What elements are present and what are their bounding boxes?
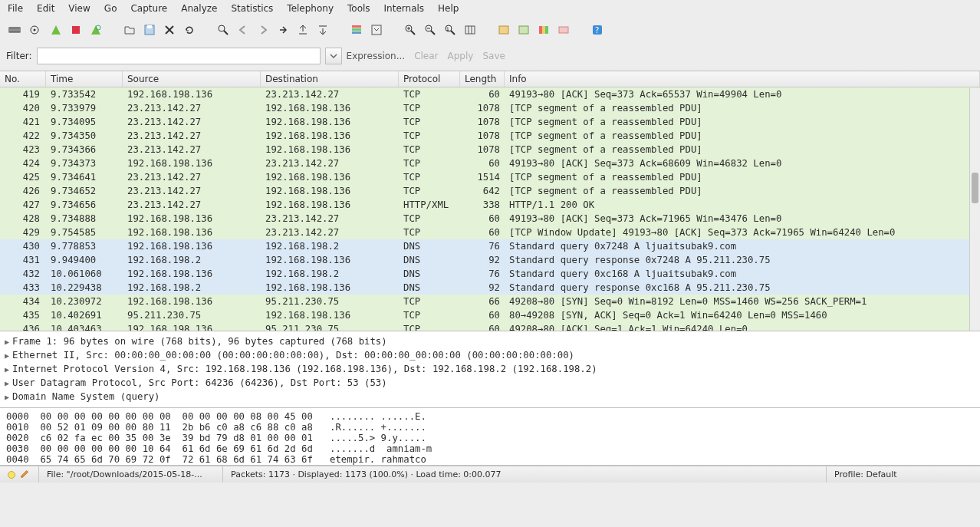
close-icon[interactable] xyxy=(161,21,178,38)
col-time[interactable]: Time xyxy=(46,71,123,87)
table-row[interactable]: 43610.403463192.168.198.13695.211.230.75… xyxy=(0,322,980,331)
status-packets: Packets: 1173 · Displayed: 1173 (100.0%)… xyxy=(223,466,827,483)
expert-info-icon[interactable] xyxy=(8,471,15,479)
colorize-icon[interactable] xyxy=(348,21,365,38)
detail-tree-item[interactable]: ▶User Datagram Protocol, Src Port: 64236… xyxy=(5,376,975,390)
scrollbar-thumb[interactable] xyxy=(972,173,978,203)
expand-triangle-icon[interactable]: ▶ xyxy=(5,365,9,374)
cell-source: 192.168.198.136 xyxy=(123,324,261,331)
expand-triangle-icon[interactable]: ▶ xyxy=(5,393,9,401)
restart-capture-icon[interactable] xyxy=(87,21,104,38)
edit-capture-comment-icon[interactable] xyxy=(20,468,31,481)
detail-tree-item[interactable]: ▶Frame 1: 96 bytes on wire (768 bits), 9… xyxy=(5,334,975,348)
table-row[interactable]: 4309.778853192.168.198.136192.168.198.2D… xyxy=(0,239,980,253)
menu-analyze[interactable]: Analyze xyxy=(181,3,217,14)
table-row[interactable]: 4269.73465223.213.142.27192.168.198.136T… xyxy=(0,184,980,198)
go-back-icon[interactable] xyxy=(235,21,252,38)
preferences-icon[interactable] xyxy=(555,21,572,38)
main-toolbar: 1 ? xyxy=(0,18,980,43)
table-row[interactable]: 4239.73436623.213.142.27192.168.198.136T… xyxy=(0,143,980,156)
table-row[interactable]: 4209.73397923.213.142.27192.168.198.136T… xyxy=(0,101,980,115)
reload-icon[interactable] xyxy=(181,21,198,38)
packet-list-scrollbar[interactable] xyxy=(969,88,980,331)
filter-expression-link[interactable]: Expression... xyxy=(347,51,406,61)
save-icon[interactable] xyxy=(141,21,158,38)
packet-bytes-pane[interactable]: 0000 00 00 00 00 00 00 00 00 00 00 00 00… xyxy=(0,408,980,466)
col-destination[interactable]: Destination xyxy=(261,71,399,87)
menu-help[interactable]: Help xyxy=(438,3,459,14)
cell-info: [TCP segment of a reassembled PDU] xyxy=(505,130,980,141)
col-source[interactable]: Source xyxy=(123,71,261,87)
svg-rect-38 xyxy=(539,26,542,34)
open-icon[interactable] xyxy=(121,21,138,38)
svg-rect-39 xyxy=(542,26,545,34)
filter-dropdown[interactable] xyxy=(325,48,342,64)
cell-protocol: TCP xyxy=(399,158,460,169)
menu-view[interactable]: View xyxy=(68,3,90,14)
col-info[interactable]: Info xyxy=(505,71,980,87)
table-row[interactable]: 43510.40269195.211.230.75192.168.198.136… xyxy=(0,308,980,322)
cell-time: 10.230972 xyxy=(46,296,123,307)
cell-no: 435 xyxy=(0,310,46,321)
col-no[interactable]: No. xyxy=(0,71,46,87)
go-to-packet-icon[interactable] xyxy=(275,21,291,38)
detail-tree-item[interactable]: ▶Ethernet II, Src: 00:00:00_00:00:00 (00… xyxy=(5,348,975,362)
coloring-rules-icon[interactable] xyxy=(535,21,552,38)
zoom-in-icon[interactable] xyxy=(402,21,419,38)
status-profile[interactable]: Profile: Default xyxy=(827,466,980,483)
table-row[interactable]: 43310.229438192.168.198.2192.168.198.136… xyxy=(0,281,980,295)
zoom-reset-icon[interactable]: 1 xyxy=(442,21,459,38)
menu-capture[interactable]: Capture xyxy=(130,3,167,14)
table-row[interactable]: 4279.73465623.213.142.27192.168.198.136H… xyxy=(0,198,980,212)
menu-file[interactable]: File xyxy=(8,3,23,14)
expand-triangle-icon[interactable]: ▶ xyxy=(5,338,9,346)
menu-go[interactable]: Go xyxy=(104,3,117,14)
expand-triangle-icon[interactable]: ▶ xyxy=(5,379,9,387)
menu-edit[interactable]: Edit xyxy=(37,3,54,14)
last-packet-icon[interactable] xyxy=(314,21,331,38)
expand-triangle-icon[interactable]: ▶ xyxy=(5,351,9,360)
filter-apply-link[interactable]: Apply xyxy=(448,51,474,61)
detail-tree-item[interactable]: ▶Domain Name System (query) xyxy=(5,390,975,403)
filter-input[interactable] xyxy=(37,48,321,64)
table-row[interactable]: 43210.061060192.168.198.136192.168.198.2… xyxy=(0,267,980,281)
detail-tree-item[interactable]: ▶Internet Protocol Version 4, Src: 192.1… xyxy=(5,362,975,376)
table-row[interactable]: 4219.73409523.213.142.27192.168.198.136T… xyxy=(0,115,980,129)
find-icon[interactable] xyxy=(215,21,232,38)
table-row[interactable]: 43410.230972192.168.198.13695.211.230.75… xyxy=(0,295,980,308)
packet-details-pane[interactable]: ▶Frame 1: 96 bytes on wire (768 bits), 9… xyxy=(0,331,980,408)
table-row[interactable]: 4259.73464123.213.142.27192.168.198.136T… xyxy=(0,170,980,184)
interfaces-icon[interactable] xyxy=(6,21,23,38)
cell-no: 431 xyxy=(0,255,46,265)
packet-list-header[interactable]: No. Time Source Destination Protocol Len… xyxy=(0,71,980,87)
resize-columns-icon[interactable] xyxy=(462,21,478,38)
table-row[interactable]: 4319.949400192.168.198.2192.168.198.136D… xyxy=(0,253,980,267)
stop-capture-icon[interactable] xyxy=(67,21,84,38)
capture-filters-icon[interactable] xyxy=(495,21,512,38)
start-capture-icon[interactable] xyxy=(48,21,64,38)
menu-tools[interactable]: Tools xyxy=(347,3,370,14)
table-row[interactable]: 4249.734373192.168.198.13623.213.142.27T… xyxy=(0,156,980,170)
display-filters-icon[interactable] xyxy=(515,21,532,38)
go-forward-icon[interactable] xyxy=(255,21,271,38)
cell-source: 192.168.198.136 xyxy=(123,268,261,279)
menu-internals[interactable]: Internals xyxy=(384,3,425,14)
filter-clear-link[interactable]: Clear xyxy=(414,51,438,61)
table-row[interactable]: 4289.734888192.168.198.13623.213.142.27T… xyxy=(0,212,980,226)
cell-info: [TCP Window Update] 49193→80 [ACK] Seq=3… xyxy=(505,227,980,238)
menu-telephony[interactable]: Telephony xyxy=(287,3,334,14)
col-protocol[interactable]: Protocol xyxy=(399,71,460,87)
packet-list-pane[interactable]: No. Time Source Destination Protocol Len… xyxy=(0,71,980,331)
menu-statistics[interactable]: Statistics xyxy=(231,3,273,14)
options-icon[interactable] xyxy=(26,21,43,38)
table-row[interactable]: 4299.754585192.168.198.13623.213.142.27T… xyxy=(0,226,980,239)
first-packet-icon[interactable] xyxy=(294,21,311,38)
help-icon[interactable]: ? xyxy=(589,21,606,38)
col-length[interactable]: Length xyxy=(460,71,505,87)
filter-save-link[interactable]: Save xyxy=(482,51,505,61)
svg-line-28 xyxy=(431,31,435,35)
zoom-out-icon[interactable] xyxy=(422,21,439,38)
auto-scroll-icon[interactable] xyxy=(368,21,385,38)
table-row[interactable]: 4199.733542192.168.198.13623.213.142.27T… xyxy=(0,87,980,101)
table-row[interactable]: 4229.73435023.213.142.27192.168.198.136T… xyxy=(0,129,980,143)
